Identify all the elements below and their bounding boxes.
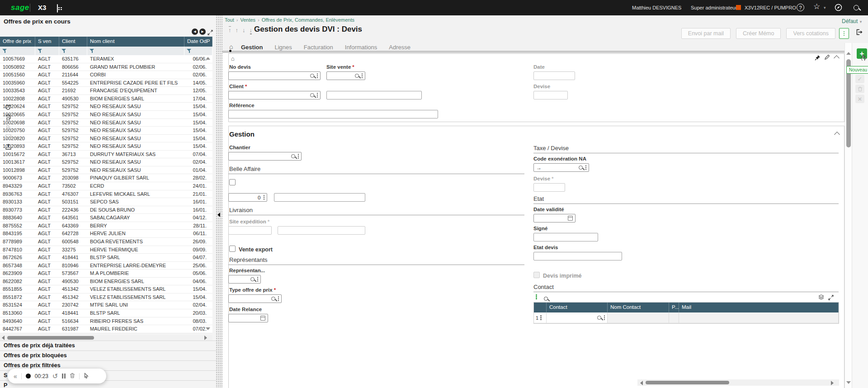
belle-affaire-checkbox[interactable] (229, 179, 236, 185)
lookup-icon[interactable] (597, 316, 601, 320)
table-row[interactable]: 8493640AGLT516634RIBEIRO FRERES SAS08/03… (0, 317, 212, 326)
collapse-recorder-icon[interactable]: « (14, 373, 17, 379)
calendar-icon[interactable] (568, 216, 573, 221)
table-row[interactable]: 9000673AGLT203098PINAQUY GILBERT SARL28/… (0, 174, 212, 182)
main-vscrollbar[interactable] (844, 43, 852, 388)
filter-cell[interactable] (184, 47, 212, 55)
panel-separator[interactable] (216, 15, 222, 388)
expand-panel-icon[interactable] (208, 29, 213, 37)
reference-input[interactable] (228, 110, 438, 118)
field-menu-icon[interactable] (362, 75, 363, 76)
table-row[interactable]: 8513060AGLT418441BLSTP SARL20/03. (0, 309, 212, 317)
column-header[interactable]: Date OdP (184, 37, 212, 47)
table-row[interactable]: 8551872AGLT451342VELEZ ETABLISSEMENTS SA… (0, 293, 212, 302)
favorites-caret-icon[interactable]: ▾ (824, 5, 826, 10)
table-row[interactable]: 8943329AGLT73502ECRD24/01. (0, 182, 212, 190)
vscroll-up-icon[interactable] (846, 52, 851, 55)
hscroll-right-icon[interactable] (204, 336, 207, 340)
column-header[interactable]: S ven (35, 37, 59, 47)
table-row[interactable]: 8747810AGLT33275HERVE THERMIQUE09/09. (0, 246, 212, 254)
quantity-stepper[interactable]: 0 (228, 193, 267, 202)
table-row[interactable]: 10020893AGLT529752NEO RESEAUX SASU15/04. (0, 142, 212, 151)
contact-menu-icon[interactable] (536, 296, 537, 298)
table-row[interactable]: 8657348AGLT810946ENTREPRISE LARRE-DEMEYR… (0, 262, 212, 270)
action-button[interactable]: Vers cotations (786, 28, 835, 39)
table-row[interactable]: 10050892AGLT806656GRAND MAITRE PLOMBIER0… (0, 63, 212, 71)
filter-cell[interactable] (35, 47, 59, 55)
first-record-icon[interactable]: ↑ (228, 27, 231, 33)
table-row[interactable]: 10051560AGLT211644CORBI02/06. (0, 71, 212, 79)
hscroll-right-icon[interactable] (831, 381, 834, 385)
jump-to-icon[interactable]: → (536, 165, 542, 171)
user-role[interactable]: Super administrateur (691, 5, 737, 10)
field-menu-icon[interactable] (317, 75, 318, 76)
date-relance-input[interactable] (228, 314, 268, 322)
tab-adresse[interactable]: Adresse (389, 44, 410, 51)
client-input[interactable] (228, 91, 321, 99)
breadcrumb-item[interactable]: Ventes (240, 17, 255, 23)
column-header[interactable]: Offre de prix (0, 37, 35, 47)
belle-affaire-text-input[interactable] (274, 193, 365, 202)
lookup-icon[interactable] (250, 277, 255, 281)
date-validite-input[interactable] (533, 214, 576, 222)
contact-column-header[interactable]: P... (669, 303, 679, 312)
compass-icon[interactable] (835, 4, 842, 13)
hscroll-left-icon[interactable] (640, 381, 643, 385)
contact-code-cell[interactable] (547, 312, 608, 323)
print-icon[interactable] (0, 114, 16, 120)
row-menu-icon[interactable] (540, 317, 542, 318)
contact-search-icon[interactable] (544, 297, 548, 301)
type-offre-input[interactable] (228, 294, 282, 303)
table-row[interactable]: 8778989AGLT600548BOGA REVETEMENTS26/09. (0, 238, 212, 246)
field-menu-icon[interactable] (278, 298, 279, 299)
tab-informations[interactable]: Informations (345, 44, 377, 51)
hscroll-left-icon[interactable] (2, 336, 5, 340)
next-record-icon[interactable]: ↓ (242, 27, 245, 33)
table-scroll-down-icon[interactable] (206, 327, 210, 330)
share-icon[interactable] (0, 144, 16, 150)
action-button[interactable]: Envoi par mail (681, 28, 731, 39)
column-header[interactable]: Nom client (87, 37, 184, 47)
filter-cell[interactable] (87, 47, 184, 55)
refresh-icon[interactable] (0, 104, 16, 110)
table-row[interactable]: 10020624AGLT529752NEO RESEAUX SASU15/04. (0, 103, 212, 111)
lookup-icon[interactable] (271, 297, 275, 301)
home-tab-icon[interactable]: ⌂ (229, 43, 233, 50)
layers-icon[interactable] (818, 293, 824, 302)
cursor-select-icon[interactable] (84, 372, 89, 380)
table-row[interactable]: 8622082AGLT490530BIOM ENERGIES SARL04/06… (0, 278, 212, 286)
collapse-panel-icon[interactable] (217, 213, 220, 217)
lookup-icon[interactable] (291, 154, 295, 158)
table-row[interactable]: 10022808AGLT490530BIOM ENERGIES SARL17/0… (0, 95, 212, 103)
favorites-star-icon[interactable]: ☆ (813, 3, 820, 10)
table-row[interactable]: 10035960AGLT554225ENTREPRISE CAZADE PERE… (0, 79, 212, 87)
filter-cell[interactable] (59, 47, 87, 55)
next-page-icon[interactable]: ▶ (199, 28, 206, 35)
field-menu-icon[interactable] (585, 167, 587, 168)
column-header[interactable]: Client (59, 37, 87, 47)
etat-devis-input[interactable] (533, 252, 622, 260)
record-dot-icon[interactable] (26, 374, 31, 379)
table-row[interactable]: 8551855AGLT451342VELEZ ETABLISSEMENTS SA… (0, 285, 212, 293)
accordion-section[interactable]: Offres de prix bloquées (0, 350, 216, 360)
site-vente-input[interactable] (326, 71, 365, 80)
product-name[interactable]: X3 (38, 4, 46, 11)
breadcrumb-item[interactable]: Tout (225, 17, 234, 23)
view-selector[interactable]: Défaut ▾ (842, 17, 862, 25)
table-row[interactable]: 10033543AGLT21692FRANCAISE D'EQUIPEMENT1… (0, 87, 212, 95)
chantier-input[interactable] (228, 152, 302, 161)
sage-logo[interactable]: sage (11, 3, 29, 12)
field-menu-icon[interactable] (604, 317, 605, 318)
restart-recording-icon[interactable]: ↺ (52, 373, 58, 379)
table-row[interactable]: 8936763AGLT476307LEFEVRE MICKAEL SARL21/… (0, 190, 212, 199)
prev-page-icon[interactable]: ◀ (192, 28, 198, 35)
hscroll-thumb[interactable] (7, 336, 94, 340)
view-label[interactable]: Défaut (842, 18, 858, 24)
user-name[interactable]: Matthieu DESVIGNES (632, 5, 681, 10)
code-exoneration-input[interactable]: → (533, 163, 589, 172)
table-row[interactable]: 8623909AGLT573567M.A PLOMBERIE05/06. (0, 270, 212, 278)
table-row[interactable]: 8672626AGLT418441BLSTP SARL04/07. (0, 254, 212, 262)
tab-facturation[interactable]: Facturation (304, 44, 333, 51)
table-row[interactable]: 8883640AGLT643561SABALCAGARAY04/12. (0, 214, 212, 222)
accordion-section[interactable]: Offres de prix déjà traitées (0, 341, 216, 350)
